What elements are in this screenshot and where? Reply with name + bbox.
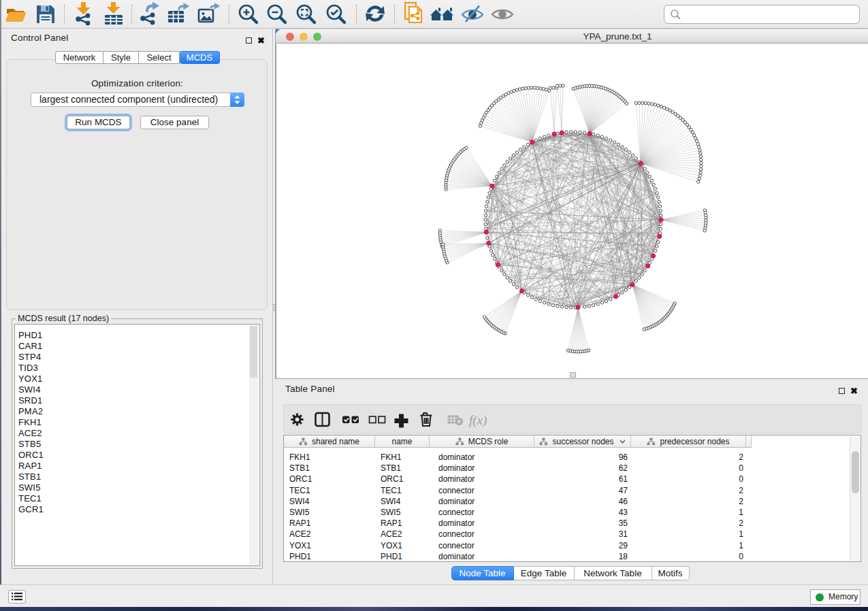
svg-text:f(x): f(x) bbox=[469, 413, 487, 428]
